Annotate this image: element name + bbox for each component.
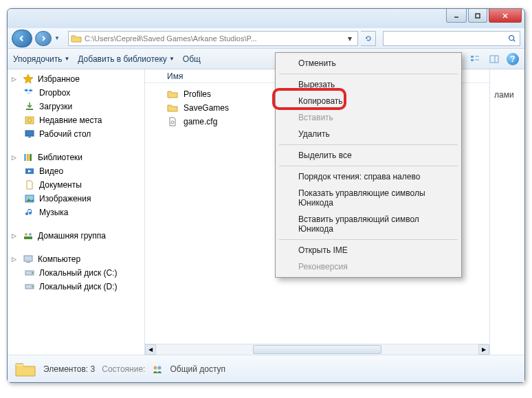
svg-point-31: [32, 286, 33, 287]
window-buttons: [445, 9, 522, 23]
nav-history-dropdown[interactable]: ▼: [54, 35, 63, 41]
folder-icon: [167, 89, 178, 100]
sidebar-item-downloads[interactable]: Загрузки: [8, 100, 144, 113]
sidebar-favorites[interactable]: ▷ Избранное: [8, 72, 144, 86]
ctx-cut[interactable]: Вырезать: [278, 76, 459, 93]
address-dropdown-icon[interactable]: ▾: [344, 34, 355, 43]
search-input[interactable]: [386, 34, 507, 43]
scroll-track[interactable]: [156, 344, 478, 355]
sidebar-item-documents[interactable]: Документы: [8, 178, 144, 192]
share-menu[interactable]: Общ: [183, 54, 201, 64]
sidebar-item-label: Изображения: [39, 194, 91, 203]
ctx-separator: [279, 74, 458, 74]
sidebar-item-music[interactable]: Музыка: [8, 206, 144, 219]
sidebar-computer[interactable]: ▷ Компьютер: [8, 252, 144, 266]
svg-point-34: [158, 366, 162, 369]
sidebar-item-dropbox[interactable]: Dropbox: [8, 86, 144, 100]
sidebar-item-label: Загрузки: [39, 102, 72, 111]
ctx-open-ime[interactable]: Открыть IME: [278, 242, 459, 258]
star-icon: [23, 74, 34, 85]
search-box[interactable]: [383, 31, 520, 46]
sidebar-item-label: Документы: [39, 180, 82, 190]
computer-icon: [23, 254, 34, 265]
svg-rect-17: [24, 154, 26, 161]
svg-point-24: [29, 233, 32, 236]
svg-rect-6: [471, 56, 474, 58]
sidebar-libraries-group: ▷ Библиотеки Видео Документы Изображения…: [8, 151, 144, 219]
minimize-button[interactable]: [446, 9, 467, 23]
svg-rect-19: [30, 154, 32, 161]
sidebar-favorites-group: ▷ Избранное Dropbox Загрузки Недавние ме…: [8, 72, 144, 141]
expand-icon: ▷: [12, 232, 19, 239]
view-mode-button[interactable]: [468, 52, 482, 66]
organize-menu[interactable]: Упорядочить▼: [13, 54, 69, 64]
address-input[interactable]: [85, 34, 344, 43]
status-state-label: Состояние:: [102, 364, 145, 374]
recent-icon: [24, 115, 35, 126]
sidebar-item-desktop[interactable]: Рабочий стол: [8, 127, 144, 141]
ctx-insert-unicode[interactable]: Вставить управляющий символ Юникода: [278, 211, 459, 237]
ctx-paste[interactable]: Вставить: [278, 109, 459, 126]
preview-pane-button[interactable]: [487, 52, 501, 66]
back-button[interactable]: [12, 30, 32, 47]
expand-icon: ▷: [12, 76, 19, 82]
ctx-separator: [279, 166, 458, 166]
file-name: SaveGames: [184, 103, 229, 113]
forward-button[interactable]: [35, 31, 52, 46]
share-label: Общ: [183, 54, 201, 64]
file-name: game.cfg: [184, 117, 217, 126]
dropbox-icon: [24, 87, 35, 98]
sidebar-libraries[interactable]: ▷ Библиотеки: [8, 151, 144, 164]
sidebar-item-pictures[interactable]: Изображения: [8, 192, 144, 206]
ctx-copy[interactable]: Копировать: [278, 93, 459, 109]
search-icon: [507, 34, 517, 43]
help-button[interactable]: ?: [507, 53, 519, 65]
sidebar-item-label: Музыка: [39, 208, 68, 217]
svg-rect-7: [471, 59, 474, 61]
sidebar-computer-group: ▷ Компьютер Локальный диск (C:) Локальны…: [8, 252, 144, 294]
sidebar-homegroup-group: ▷ Домашняя группа: [8, 229, 144, 243]
libraries-label: Библиотеки: [38, 153, 82, 162]
add-to-library-menu[interactable]: Добавить в библиотеку▼: [78, 54, 174, 64]
sidebar-item-label: Локальный диск (C:): [39, 268, 118, 278]
ctx-show-unicode[interactable]: Показать управляющие символы Юникода: [278, 185, 459, 211]
sidebar-item-recent[interactable]: Недавние места: [8, 113, 144, 127]
add-library-label: Добавить в библиотеку: [78, 54, 167, 64]
scroll-right-button[interactable]: ▶: [478, 344, 489, 355]
chevron-down-icon: ▼: [64, 56, 69, 62]
ctx-rtl[interactable]: Порядок чтения: справа налево: [278, 168, 459, 185]
folder-icon: [167, 102, 178, 113]
ctx-reconvert[interactable]: Реконверсия: [278, 258, 459, 275]
computer-label: Компьютер: [38, 254, 80, 264]
ctx-undo[interactable]: Отменить: [278, 55, 459, 71]
sidebar-homegroup[interactable]: ▷ Домашняя группа: [8, 229, 144, 243]
pictures-icon: [24, 193, 35, 204]
sidebar-item-drive-d[interactable]: Локальный диск (D:): [8, 280, 144, 294]
maximize-button[interactable]: [468, 9, 487, 23]
svg-rect-12: [26, 109, 33, 110]
svg-rect-18: [27, 154, 29, 161]
sidebar-item-label: Локальный диск (D:): [39, 282, 118, 291]
close-button[interactable]: [489, 9, 522, 23]
downloads-icon: [24, 101, 35, 112]
sidebar-item-label: Рабочий стол: [39, 129, 91, 139]
ctx-select-all[interactable]: Выделить все: [278, 147, 459, 164]
svg-rect-27: [26, 262, 30, 263]
expand-icon: ▷: [12, 154, 19, 161]
refresh-button[interactable]: [361, 31, 376, 46]
ctx-delete[interactable]: Удалить: [278, 126, 459, 142]
scroll-left-button[interactable]: ◀: [145, 344, 156, 355]
homegroup-label: Домашняя группа: [38, 231, 106, 241]
sidebar-item-label: Видео: [39, 166, 63, 176]
sidebar-item-label: Dropbox: [39, 88, 70, 98]
sidebar-item-label: Недавние места: [39, 115, 102, 125]
scroll-thumb[interactable]: [253, 345, 382, 354]
folder-icon: [71, 33, 82, 44]
address-bar[interactable]: ▾: [68, 31, 358, 46]
sidebar-item-drive-c[interactable]: Локальный диск (C:): [8, 266, 144, 280]
svg-rect-15: [25, 131, 34, 136]
sidebar-item-videos[interactable]: Видео: [8, 164, 144, 178]
status-bar: Элементов: 3 Состояние: Общий доступ: [8, 355, 524, 382]
horizontal-scrollbar[interactable]: ◀ ▶: [145, 344, 489, 355]
drive-icon: [24, 267, 35, 278]
